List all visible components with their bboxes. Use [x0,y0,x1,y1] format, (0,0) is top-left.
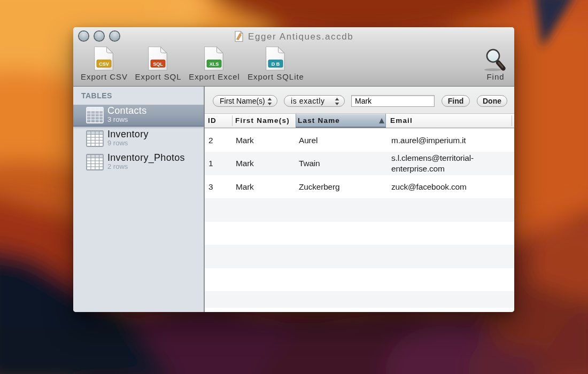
svg-text:D B: D B [272,61,280,67]
svg-text:SQL: SQL [153,61,163,67]
svg-text:XLS: XLS [210,61,219,67]
svg-text:CSV: CSV [99,61,109,67]
